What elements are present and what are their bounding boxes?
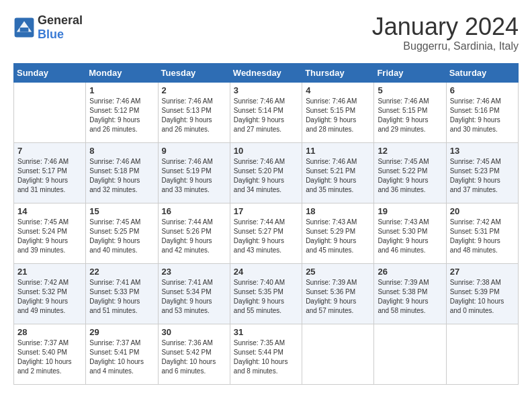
day-number: 27	[450, 267, 515, 277]
day-info: Sunrise: 7:46 AM Sunset: 5:18 PM Dayligh…	[89, 157, 154, 195]
weekday-header-friday: Friday	[374, 63, 446, 82]
calendar-cell: 30Sunrise: 7:36 AM Sunset: 5:42 PM Dayli…	[158, 324, 230, 384]
day-number: 20	[450, 206, 515, 216]
calendar-title: January 2024	[372, 13, 519, 40]
day-number: 30	[162, 327, 226, 337]
svg-rect-2	[20, 28, 29, 32]
calendar-cell: 31Sunrise: 7:35 AM Sunset: 5:44 PM Dayli…	[230, 324, 302, 384]
calendar-cell: 12Sunrise: 7:45 AM Sunset: 5:22 PM Dayli…	[374, 142, 446, 203]
day-info: Sunrise: 7:46 AM Sunset: 5:17 PM Dayligh…	[17, 157, 82, 195]
day-number: 26	[378, 267, 442, 277]
day-number: 18	[306, 206, 370, 216]
day-number: 28	[17, 327, 82, 337]
calendar-table: SundayMondayTuesdayWednesdayThursdayFrid…	[13, 63, 519, 385]
day-info: Sunrise: 7:43 AM Sunset: 5:29 PM Dayligh…	[306, 218, 370, 255]
day-number: 31	[234, 327, 298, 337]
day-number: 15	[89, 206, 154, 216]
weekday-header-thursday: Thursday	[302, 63, 374, 82]
calendar-cell: 9Sunrise: 7:46 AM Sunset: 5:19 PM Daylig…	[158, 142, 230, 203]
logo-blue: Blue	[38, 28, 64, 41]
calendar-cell: 18Sunrise: 7:43 AM Sunset: 5:29 PM Dayli…	[302, 203, 374, 263]
day-info: Sunrise: 7:44 AM Sunset: 5:26 PM Dayligh…	[162, 218, 226, 255]
calendar-cell: 10Sunrise: 7:46 AM Sunset: 5:20 PM Dayli…	[230, 142, 302, 203]
day-number: 2	[162, 85, 226, 95]
logo-general: General	[38, 13, 83, 27]
calendar-week-row: 1Sunrise: 7:46 AM Sunset: 5:12 PM Daylig…	[14, 82, 519, 142]
day-info: Sunrise: 7:45 AM Sunset: 5:25 PM Dayligh…	[89, 218, 154, 255]
day-info: Sunrise: 7:45 AM Sunset: 5:24 PM Dayligh…	[17, 218, 82, 255]
day-number: 7	[17, 146, 82, 156]
calendar-cell	[446, 324, 518, 384]
calendar-cell: 21Sunrise: 7:42 AM Sunset: 5:32 PM Dayli…	[14, 263, 86, 324]
day-info: Sunrise: 7:37 AM Sunset: 5:40 PM Dayligh…	[17, 338, 82, 376]
calendar-cell	[374, 324, 446, 384]
day-info: Sunrise: 7:41 AM Sunset: 5:34 PM Dayligh…	[162, 278, 226, 316]
day-number: 17	[234, 206, 298, 216]
day-number: 19	[378, 206, 442, 216]
calendar-cell: 14Sunrise: 7:45 AM Sunset: 5:24 PM Dayli…	[14, 203, 86, 263]
calendar-cell: 29Sunrise: 7:37 AM Sunset: 5:41 PM Dayli…	[86, 324, 158, 384]
calendar-subtitle: Buggerru, Sardinia, Italy	[372, 40, 519, 52]
calendar-cell: 5Sunrise: 7:46 AM Sunset: 5:15 PM Daylig…	[374, 82, 446, 142]
calendar-cell	[14, 82, 86, 142]
day-number: 21	[17, 267, 82, 277]
weekday-header-saturday: Saturday	[446, 63, 518, 82]
calendar-week-row: 21Sunrise: 7:42 AM Sunset: 5:32 PM Dayli…	[14, 263, 519, 324]
day-info: Sunrise: 7:41 AM Sunset: 5:33 PM Dayligh…	[89, 278, 154, 316]
calendar-week-row: 14Sunrise: 7:45 AM Sunset: 5:24 PM Dayli…	[14, 203, 519, 263]
calendar-cell: 24Sunrise: 7:40 AM Sunset: 5:35 PM Dayli…	[230, 263, 302, 324]
day-info: Sunrise: 7:35 AM Sunset: 5:44 PM Dayligh…	[234, 338, 298, 376]
day-number: 22	[89, 267, 154, 277]
calendar-cell: 3Sunrise: 7:46 AM Sunset: 5:14 PM Daylig…	[230, 82, 302, 142]
weekday-header-row: SundayMondayTuesdayWednesdayThursdayFrid…	[14, 63, 519, 82]
day-number: 5	[378, 85, 442, 95]
calendar-week-row: 28Sunrise: 7:37 AM Sunset: 5:40 PM Dayli…	[14, 324, 519, 384]
day-info: Sunrise: 7:46 AM Sunset: 5:15 PM Dayligh…	[378, 97, 442, 134]
logo: General Blue	[13, 13, 83, 42]
weekday-header-wednesday: Wednesday	[230, 63, 302, 82]
day-info: Sunrise: 7:38 AM Sunset: 5:39 PM Dayligh…	[450, 278, 515, 316]
calendar-week-row: 7Sunrise: 7:46 AM Sunset: 5:17 PM Daylig…	[14, 142, 519, 203]
calendar-cell: 19Sunrise: 7:43 AM Sunset: 5:30 PM Dayli…	[374, 203, 446, 263]
day-number: 10	[234, 146, 298, 156]
day-info: Sunrise: 7:46 AM Sunset: 5:15 PM Dayligh…	[306, 97, 370, 134]
day-info: Sunrise: 7:46 AM Sunset: 5:14 PM Dayligh…	[234, 97, 298, 134]
calendar-cell: 2Sunrise: 7:46 AM Sunset: 5:13 PM Daylig…	[158, 82, 230, 142]
day-number: 16	[162, 206, 226, 216]
day-number: 9	[162, 146, 226, 156]
calendar-cell: 1Sunrise: 7:46 AM Sunset: 5:12 PM Daylig…	[86, 82, 158, 142]
calendar-cell: 25Sunrise: 7:39 AM Sunset: 5:36 PM Dayli…	[302, 263, 374, 324]
day-number: 8	[89, 146, 154, 156]
calendar-cell: 17Sunrise: 7:44 AM Sunset: 5:27 PM Dayli…	[230, 203, 302, 263]
calendar-cell: 16Sunrise: 7:44 AM Sunset: 5:26 PM Dayli…	[158, 203, 230, 263]
day-info: Sunrise: 7:46 AM Sunset: 5:13 PM Dayligh…	[162, 97, 226, 134]
day-info: Sunrise: 7:46 AM Sunset: 5:12 PM Dayligh…	[89, 97, 154, 134]
day-number: 4	[306, 85, 370, 95]
day-number: 13	[450, 146, 515, 156]
day-info: Sunrise: 7:40 AM Sunset: 5:35 PM Dayligh…	[234, 278, 298, 316]
calendar-cell: 6Sunrise: 7:46 AM Sunset: 5:16 PM Daylig…	[446, 82, 518, 142]
day-number: 12	[378, 146, 442, 156]
day-number: 11	[306, 146, 370, 156]
day-number: 1	[89, 85, 154, 95]
calendar-cell: 11Sunrise: 7:46 AM Sunset: 5:21 PM Dayli…	[302, 142, 374, 203]
day-info: Sunrise: 7:43 AM Sunset: 5:30 PM Dayligh…	[378, 218, 442, 255]
calendar-cell: 26Sunrise: 7:39 AM Sunset: 5:38 PM Dayli…	[374, 263, 446, 324]
calendar-cell	[302, 324, 374, 384]
day-number: 24	[234, 267, 298, 277]
day-info: Sunrise: 7:46 AM Sunset: 5:16 PM Dayligh…	[450, 97, 515, 134]
day-info: Sunrise: 7:46 AM Sunset: 5:20 PM Dayligh…	[234, 157, 298, 195]
calendar-cell: 13Sunrise: 7:45 AM Sunset: 5:23 PM Dayli…	[446, 142, 518, 203]
calendar-cell: 7Sunrise: 7:46 AM Sunset: 5:17 PM Daylig…	[14, 142, 86, 203]
day-info: Sunrise: 7:42 AM Sunset: 5:32 PM Dayligh…	[17, 278, 82, 316]
day-number: 14	[17, 206, 82, 216]
calendar-cell: 28Sunrise: 7:37 AM Sunset: 5:40 PM Dayli…	[14, 324, 86, 384]
day-info: Sunrise: 7:37 AM Sunset: 5:41 PM Dayligh…	[89, 338, 154, 376]
day-info: Sunrise: 7:46 AM Sunset: 5:19 PM Dayligh…	[162, 157, 226, 195]
day-info: Sunrise: 7:45 AM Sunset: 5:22 PM Dayligh…	[378, 157, 442, 195]
calendar-cell: 27Sunrise: 7:38 AM Sunset: 5:39 PM Dayli…	[446, 263, 518, 324]
day-info: Sunrise: 7:46 AM Sunset: 5:21 PM Dayligh…	[306, 157, 370, 195]
day-number: 3	[234, 85, 298, 95]
weekday-header-monday: Monday	[86, 63, 158, 82]
calendar-cell: 23Sunrise: 7:41 AM Sunset: 5:34 PM Dayli…	[158, 263, 230, 324]
